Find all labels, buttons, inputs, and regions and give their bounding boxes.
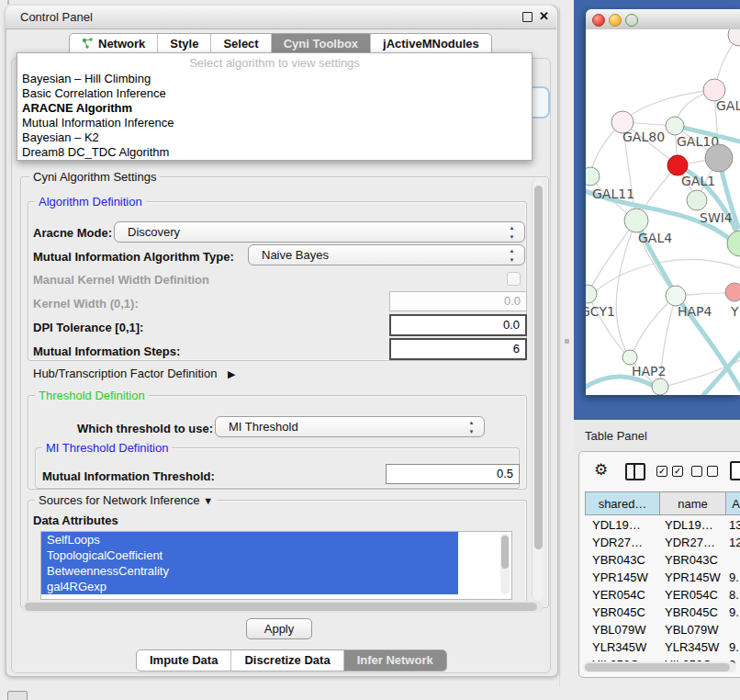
table-panel: ⚙ ✓ ✓ shared…nameA YDL19…YDL19…13YDR27…Y… <box>578 451 740 678</box>
control-panel-titlebar: Control Panel ✕ <box>6 6 556 29</box>
network-node[interactable] <box>727 231 740 256</box>
panel-divider <box>559 7 560 687</box>
bottom-tab-impute-data[interactable]: Impute Data <box>137 650 230 671</box>
apply-button[interactable]: Apply <box>246 618 312 639</box>
network-window-titlebar[interactable] <box>586 9 740 30</box>
aracne-mode-select[interactable]: Discovery ▲▼ <box>114 221 525 243</box>
node-label-swi4: SWI4 <box>700 210 733 225</box>
window-zoom-light[interactable] <box>625 14 638 27</box>
network-edge[interactable] <box>588 220 636 294</box>
network-edge[interactable] <box>616 220 636 358</box>
which-threshold-value: MI Threshold <box>229 420 298 434</box>
expander-right-icon[interactable]: ▶ <box>228 368 235 379</box>
column-header-name[interactable]: name <box>660 491 726 515</box>
network-canvas[interactable]: GALGAL80GAL10GAL1GAL11SWI4GAL4GCY1HAP4YH… <box>586 29 740 395</box>
table-cell: 9. <box>729 640 739 654</box>
network-node[interactable] <box>705 144 733 172</box>
network-edge-thick[interactable] <box>586 377 657 393</box>
network-node-swi4[interactable] <box>687 190 707 210</box>
hub-definition-expander[interactable]: Hub/Transcription Factor Definition ▶ <box>33 367 235 380</box>
kernel-width-field[interactable]: 0.0 <box>389 291 527 311</box>
node-label-gal80: GAL80 <box>622 130 665 144</box>
aracne-mode-value: Discovery <box>128 225 180 239</box>
window-close-light[interactable] <box>592 14 605 27</box>
sources-title-label: Sources for Network Inference <box>39 493 200 507</box>
settings-vertical-scrollbar[interactable] <box>532 180 544 601</box>
column-header-a[interactable]: A <box>726 491 740 515</box>
table-cell: YBR043C <box>665 553 718 567</box>
network-node-hap4[interactable] <box>666 286 686 306</box>
network-node-gal1[interactable] <box>667 155 688 175</box>
network-node[interactable] <box>652 378 668 395</box>
spinner-arrows-icon: ▲▼ <box>508 246 516 264</box>
mi-steps-field[interactable]: 6 <box>389 338 527 360</box>
collapse-down-icon[interactable]: ▼ <box>203 495 213 506</box>
which-threshold-select[interactable]: MI Threshold ▲▼ <box>215 416 485 437</box>
table-horizontal-scrollbar[interactable] <box>583 661 736 672</box>
panel-resize-handle[interactable] <box>565 339 569 344</box>
table-cell: 12 <box>729 536 740 549</box>
checked-box-icon[interactable]: ✓ <box>672 466 683 477</box>
tab-label: Cyni Toolbox <box>284 37 358 51</box>
window-minimize-light[interactable] <box>609 14 622 27</box>
attribute-item-selfloops[interactable]: SelfLoops <box>41 532 458 548</box>
bottom-tab-discretize-data[interactable]: Discretize Data <box>230 650 342 671</box>
panel-title: Control Panel <box>20 10 93 24</box>
column-header-shared[interactable]: shared… <box>585 491 660 515</box>
aracne-mode-label: Aracne Mode: <box>33 226 112 240</box>
unchecked-box-icon[interactable] <box>691 466 702 477</box>
spinner-arrows-icon: ▲▼ <box>467 418 476 435</box>
network-node-gal4[interactable] <box>624 209 648 232</box>
checked-box-icon[interactable]: ✓ <box>656 466 667 477</box>
network-edge[interactable] <box>630 296 676 358</box>
dpi-tolerance-field[interactable]: 0.0 <box>389 314 527 336</box>
network-node-gal11[interactable] <box>586 167 600 186</box>
attributes-scroll-thumb[interactable] <box>501 536 509 569</box>
table-doc-icon[interactable] <box>730 461 740 480</box>
mi-type-select[interactable]: Naive Bayes ▲▼ <box>248 244 525 265</box>
table-cell: YDR27… <box>665 536 715 549</box>
close-panel-icon[interactable]: ✕ <box>539 9 549 23</box>
algorithm-definition-title: Algorithm Definition <box>35 195 146 209</box>
sources-group-title[interactable]: Sources for Network Inference ▼ <box>35 493 217 507</box>
network-node-hap2[interactable] <box>622 350 637 365</box>
table-cell: YBR043C <box>592 553 645 567</box>
node-label-gal: GAL <box>716 98 740 113</box>
cyni-settings-title: Cyni Algorithm Settings <box>29 170 160 184</box>
network-edge[interactable] <box>586 259 740 305</box>
algorithm-option-dream8-dc-tdc-algorithm[interactable]: Dream8 DC_TDC Algorithm <box>22 145 169 160</box>
network-node-y[interactable] <box>725 283 740 301</box>
data-attributes-label: Data Attributes <box>33 514 118 527</box>
bottom-left-partial-icon[interactable] <box>7 691 28 700</box>
settings-vscroll-thumb[interactable] <box>534 186 543 549</box>
table-cell: 8. <box>729 588 739 602</box>
algorithm-option-aracne-algorithm[interactable]: ARACNE Algorithm <box>22 101 132 116</box>
attribute-item-topologicalcoefficient[interactable]: TopologicalCoefficient <box>41 548 458 563</box>
table-cell: YDR27… <box>592 536 643 549</box>
attribute-item-betweennesscentrality[interactable]: BetweennessCentrality <box>41 563 458 579</box>
table-hscroll-thumb[interactable] <box>585 663 730 672</box>
network-node-gcy1[interactable] <box>586 285 597 303</box>
table-cell: YBR045C <box>665 605 718 619</box>
mi-type-value: Naive Bayes <box>262 248 329 262</box>
algorithm-option-bayesian-hill-climbing[interactable]: Bayesian – Hill Climbing <box>22 72 151 86</box>
mi-threshold-field[interactable]: 0.5 <box>386 464 520 484</box>
algorithm-option-basic-correlation-inference[interactable]: Basic Correlation Inference <box>22 86 166 101</box>
float-panel-icon[interactable] <box>522 12 533 22</box>
manual-kernel-checkbox[interactable] <box>507 272 521 286</box>
attribute-item-gal4rgexp[interactable]: gal4RGexp <box>41 579 458 594</box>
settings-horizontal-scrollbar[interactable] <box>22 601 544 613</box>
gear-icon[interactable]: ⚙ <box>594 460 608 480</box>
algorithm-popup-placeholder: Select algorithm to view settings <box>17 56 532 70</box>
settings-hscroll-thumb[interactable] <box>25 603 537 611</box>
top-left-tick <box>7 0 9 5</box>
algorithm-option-mutual-information-inference[interactable]: Mutual Information Inference <box>22 116 174 130</box>
bottom-tab-infer-network[interactable]: Infer Network <box>343 650 446 671</box>
network-node[interactable] <box>728 29 740 46</box>
algorithm-option-bayesian-k2[interactable]: Bayesian – K2 <box>22 130 99 145</box>
table-panel-bar: Table Panel <box>574 420 740 451</box>
network-node-gal10[interactable] <box>666 117 684 135</box>
attributes-scrollbar[interactable] <box>500 534 510 594</box>
split-columns-icon[interactable] <box>625 463 645 480</box>
unchecked-box-icon[interactable] <box>707 466 718 477</box>
